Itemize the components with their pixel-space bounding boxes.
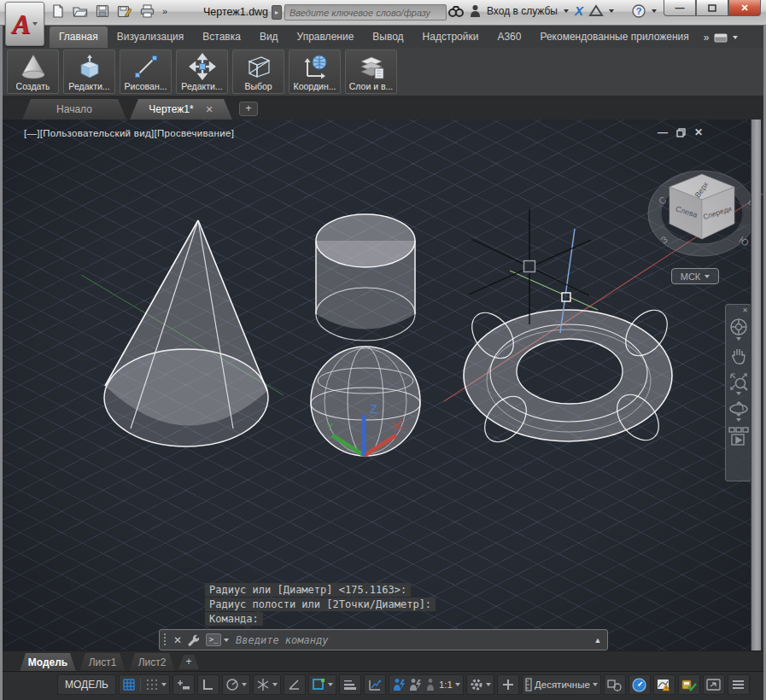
a360-icon[interactable] (589, 5, 603, 16)
annotation-scale-value[interactable]: 1:1 (439, 680, 453, 690)
lineweight-button[interactable] (339, 674, 361, 695)
showmotion-icon[interactable] (728, 427, 749, 446)
viewcube[interactable]: С В Ю З Верх Слева Спереди (648, 171, 757, 256)
signin-label[interactable]: Вход в службы (487, 5, 558, 17)
tab-manage[interactable]: Управление (288, 26, 364, 48)
customization-menu-button[interactable] (728, 674, 750, 695)
search-binoculars-icon[interactable] (448, 5, 464, 17)
save-settings-button[interactable] (678, 674, 700, 695)
open-file-icon[interactable] (73, 4, 88, 18)
signin-caret-icon[interactable] (564, 9, 569, 13)
layout-tab-sheet1[interactable]: Лист1 (79, 653, 126, 672)
search-expand-arrow[interactable]: ▸ (272, 5, 282, 20)
zoom-caret-icon[interactable] (736, 392, 741, 395)
panel-modeling[interactable]: Создать (7, 50, 59, 94)
annotation-scale-caret-icon[interactable] (455, 683, 460, 686)
annotation-visibility-icon[interactable] (392, 678, 406, 691)
file-tab-close-icon[interactable]: ✕ (206, 104, 213, 115)
snap-grid-icon[interactable] (145, 678, 159, 691)
origin-grip[interactable] (562, 293, 570, 301)
orbit-icon[interactable] (728, 400, 749, 417)
command-bar-grip[interactable] (163, 633, 167, 647)
tab-insert[interactable]: Вставка (193, 26, 250, 48)
app-menu-button[interactable]: A (5, 2, 44, 46)
annotation-autoscale-icon[interactable] (408, 678, 422, 691)
command-close-icon[interactable]: ✕ (173, 634, 182, 646)
workspace-caret-icon[interactable] (486, 683, 491, 686)
user-icon[interactable] (470, 4, 481, 17)
steering-wheel-caret-icon[interactable] (736, 337, 741, 341)
command-recent-caret-icon[interactable] (224, 639, 229, 642)
ribbon-tabs-overflow-icon[interactable]: » (704, 32, 710, 44)
restore-button[interactable] (696, 0, 728, 16)
drawing-minimize-icon[interactable]: — (658, 126, 668, 138)
snap-caret-icon[interactable] (161, 683, 167, 686)
isodraft-button[interactable] (253, 674, 281, 695)
panel-layers[interactable]: Слои и в... (345, 50, 397, 94)
command-prompt-icon[interactable]: >_ (206, 633, 221, 646)
file-tab-start[interactable]: Начало (22, 99, 126, 120)
torus-solid[interactable] (464, 302, 675, 450)
ribbon-minimize-icon[interactable] (714, 33, 728, 43)
help-caret-icon[interactable] (652, 9, 657, 13)
exchange-icon[interactable]: X (575, 3, 583, 18)
viewport-controls-label[interactable]: [—][Пользовательский вид][Просвечивание] (24, 128, 234, 138)
steering-wheel-icon[interactable] (729, 318, 748, 336)
workspace-button[interactable] (466, 674, 494, 695)
polar-tracking-button[interactable] (222, 674, 250, 695)
ribbon-minimize-caret-icon[interactable] (733, 36, 738, 39)
orbit-caret-icon[interactable] (736, 418, 741, 422)
isolate-objects-button[interactable] (604, 674, 626, 695)
viewport-scrollbar[interactable] (751, 120, 761, 650)
dynamic-input-button[interactable] (172, 674, 195, 695)
osnap-caret-icon[interactable] (328, 683, 333, 686)
tab-home[interactable]: Главная (50, 26, 108, 48)
isodraft-caret-icon[interactable] (272, 683, 278, 686)
zoom-icon[interactable] (729, 372, 748, 391)
transparency-button[interactable] (364, 674, 386, 695)
units-group[interactable]: Десятичные (522, 674, 601, 695)
command-expand-icon[interactable]: ▲ (590, 632, 605, 648)
tab-view[interactable]: Вид (250, 26, 288, 48)
panel-selection[interactable]: Выбор (232, 50, 284, 94)
save-as-icon[interactable] (117, 4, 132, 18)
drawing-close-icon[interactable]: ✕ (694, 126, 703, 138)
tab-visualize[interactable]: Визуализация (108, 26, 194, 48)
clean-screen-button[interactable] (703, 674, 725, 695)
panel-modify[interactable]: Редакти... (176, 50, 228, 94)
annotation-monitor-button[interactable] (497, 674, 519, 695)
osnap-button[interactable] (308, 674, 336, 695)
performance-monitor-button[interactable] (653, 674, 675, 695)
drawing-restore-icon[interactable] (676, 128, 686, 137)
close-button[interactable]: ✕ (728, 0, 761, 16)
command-bar[interactable]: ✕ >_ Введите команду ▲ (159, 629, 608, 650)
a360-caret-icon[interactable] (609, 9, 614, 13)
model-space-button[interactable]: МОДЕЛЬ (57, 674, 116, 695)
file-tab-drawing1[interactable]: Чертеж1* ✕ (130, 99, 232, 120)
help-icon[interactable]: ? (632, 4, 646, 18)
cone-solid[interactable] (104, 220, 268, 446)
minimize-button[interactable]: — (664, 0, 696, 16)
help-search-field[interactable]: Введите ключевое слово/фразу (284, 4, 447, 20)
layout-tab-sheet2[interactable]: Лист2 (129, 653, 175, 672)
command-input[interactable]: Введите команду (236, 634, 590, 646)
new-drawing-tab-button[interactable]: + (239, 102, 258, 116)
polar-caret-icon[interactable] (242, 683, 247, 686)
qat-expand-icon[interactable]: » (162, 6, 167, 16)
tab-featured-apps[interactable]: Рекомендованные приложения (530, 26, 698, 48)
tab-output[interactable]: Вывод (363, 26, 412, 48)
grid-display-icon[interactable] (122, 678, 136, 691)
panel-coordinates[interactable]: Координ... (289, 50, 341, 94)
otrack-button[interactable] (284, 674, 306, 695)
ortho-button[interactable] (197, 674, 219, 695)
tab-a360[interactable]: A360 (488, 26, 530, 48)
wcs-dropdown[interactable]: МСК (671, 268, 719, 284)
navbar-close-icon[interactable]: ✕ (742, 307, 748, 314)
command-wrench-icon[interactable] (187, 633, 200, 646)
panel-draw[interactable]: Рисован... (120, 50, 172, 94)
panel-solid-editing[interactable]: Редакти... (63, 50, 115, 94)
drawing-viewport[interactable]: Z Y С В Ю З Верх (3, 120, 751, 650)
annotation-scale-icon[interactable] (424, 678, 436, 691)
cylinder-solid[interactable] (316, 214, 415, 341)
layout-tab-model[interactable]: Модель (20, 653, 76, 672)
